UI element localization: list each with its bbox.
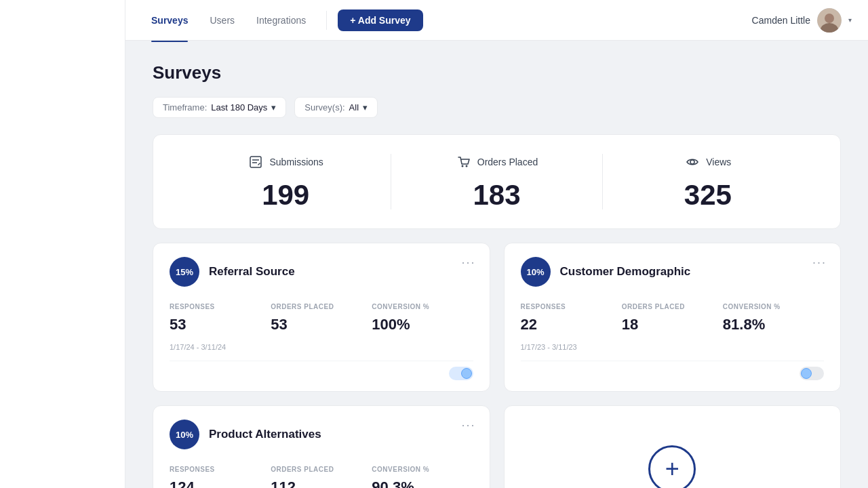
user-area: Camden Little ▾ — [752, 8, 852, 33]
responses-label-referral: RESPONSES — [170, 303, 271, 310]
survey-card-header-product: 10% Product Alternatives — [170, 420, 473, 449]
survey-toggle-referral[interactable] — [449, 367, 473, 380]
survey-stat-conversion-demographic: CONVERSION % 81.8% — [723, 303, 824, 333]
sidebar — [0, 0, 125, 488]
survey-footer-demographic — [521, 361, 825, 380]
survey-toggle-demographic[interactable] — [800, 367, 824, 380]
toggle-knob-demographic — [801, 368, 812, 379]
survey-stats-demographic: RESPONSES 22 ORDERS PLACED 18 CONVERSION… — [521, 303, 825, 333]
survey-name-product: Product Alternatives — [209, 428, 321, 441]
timeframe-value: Last 180 Days — [211, 102, 267, 113]
surveys-chevron: ▾ — [363, 102, 368, 113]
submissions-value: 199 — [262, 181, 309, 209]
nav-tabs: Surveys Users Integrations + Add Survey — [142, 9, 752, 31]
survey-name-demographic: Customer Demographic — [560, 265, 691, 279]
survey-stat-responses-demographic: RESPONSES 22 — [521, 303, 622, 333]
survey-stat-responses-referral: RESPONSES 53 — [170, 303, 271, 333]
conversion-value-demographic: 81.8% — [723, 316, 824, 333]
survey-stat-orders-demographic: ORDERS PLACED 18 — [622, 303, 723, 333]
stat-submissions-header: Submissions — [248, 154, 323, 170]
timeframe-label: Timeframe: — [163, 102, 207, 113]
conversion-value-referral: 100% — [372, 316, 473, 333]
top-navigation: Surveys Users Integrations + Add Survey … — [125, 0, 868, 41]
surveys-filter[interactable]: Survey(s): All ▾ — [294, 97, 378, 118]
views-label: Views — [706, 157, 731, 167]
filters-row: Timeframe: Last 180 Days ▾ Survey(s): Al… — [153, 97, 841, 118]
surveys-filter-value: All — [349, 102, 359, 113]
stat-views-header: Views — [684, 154, 731, 170]
page-title: Surveys — [153, 62, 841, 83]
conversion-label-product: CONVERSION % — [372, 466, 473, 473]
submissions-icon — [248, 154, 264, 170]
orders-placed-label-referral: ORDERS PLACED — [271, 303, 372, 310]
survey-stat-orders-referral: ORDERS PLACED 53 — [271, 303, 372, 333]
survey-card-customer-demographic: 10% Customer Demographic ··· RESPONSES 2… — [504, 243, 842, 392]
svg-rect-6 — [250, 157, 261, 167]
survey-stat-responses-product: RESPONSES 124 — [170, 466, 271, 488]
stat-submissions: Submissions 199 — [180, 154, 391, 209]
timeframe-chevron: ▾ — [271, 102, 276, 113]
survey-stat-conversion-referral: CONVERSION % 100% — [372, 303, 473, 333]
orders-label: Orders Placed — [477, 157, 538, 167]
survey-menu-demographic[interactable]: ··· — [812, 256, 827, 270]
svg-point-10 — [465, 165, 467, 167]
survey-stats-referral: RESPONSES 53 ORDERS PLACED 53 CONVERSION… — [170, 303, 473, 333]
responses-value-demographic: 22 — [521, 316, 622, 333]
toggle-knob-referral — [461, 368, 472, 379]
survey-date-demographic: 1/17/23 - 3/11/23 — [521, 343, 825, 351]
orders-placed-value-product: 112 — [271, 479, 372, 488]
add-survey-button[interactable]: + Add Survey — [338, 9, 422, 31]
survey-name-referral: Referral Source — [209, 265, 295, 279]
survey-badge-referral: 15% — [170, 257, 199, 287]
surveys-grid: 15% Referral Source ··· RESPONSES 53 ORD… — [153, 243, 841, 488]
stat-views: Views 325 — [602, 154, 813, 209]
views-icon — [684, 154, 701, 170]
responses-value-product: 124 — [170, 479, 271, 488]
timeframe-filter[interactable]: Timeframe: Last 180 Days ▾ — [153, 97, 286, 118]
tab-surveys[interactable]: Surveys — [142, 11, 197, 30]
avatar[interactable] — [817, 8, 842, 33]
survey-menu-product[interactable]: ··· — [461, 418, 475, 432]
survey-stats-product: RESPONSES 124 ORDERS PLACED 112 CONVERSI… — [170, 466, 473, 488]
responses-value-referral: 53 — [170, 316, 271, 333]
views-value: 325 — [684, 181, 732, 209]
conversion-label-referral: CONVERSION % — [372, 303, 473, 310]
svg-point-11 — [690, 160, 694, 164]
stat-orders-header: Orders Placed — [456, 154, 538, 170]
tab-users[interactable]: Users — [200, 11, 244, 30]
plus-icon: + — [665, 457, 679, 481]
orders-placed-value-demographic: 18 — [622, 316, 723, 333]
orders-icon — [456, 154, 472, 170]
user-name: Camden Little — [752, 15, 810, 26]
stat-orders: Orders Placed 183 — [391, 154, 601, 209]
stats-card: Submissions 199 Orders Placed 183 — [153, 134, 841, 229]
survey-stat-orders-product: ORDERS PLACED 112 — [271, 466, 372, 488]
orders-placed-value-referral: 53 — [271, 316, 372, 333]
orders-placed-label-demographic: ORDERS PLACED — [622, 303, 723, 310]
survey-footer-referral — [170, 361, 473, 380]
svg-point-9 — [461, 165, 463, 167]
submissions-label: Submissions — [269, 157, 323, 167]
nav-divider — [326, 11, 327, 30]
survey-badge-product: 10% — [170, 420, 199, 449]
survey-badge-demographic: 10% — [521, 257, 551, 287]
tab-integrations[interactable]: Integrations — [247, 11, 315, 30]
survey-stat-conversion-product: CONVERSION % 90.3% — [372, 466, 473, 488]
survey-card-header: 15% Referral Source — [170, 257, 473, 287]
orders-value: 183 — [473, 181, 520, 209]
survey-menu-referral[interactable]: ··· — [461, 256, 475, 270]
main-content: Surveys Timeframe: Last 180 Days ▾ Surve… — [125, 41, 868, 488]
surveys-filter-label: Survey(s): — [304, 102, 344, 113]
orders-placed-label-product: ORDERS PLACED — [271, 466, 372, 473]
user-menu-chevron[interactable]: ▾ — [848, 16, 852, 24]
conversion-label-demographic: CONVERSION % — [723, 303, 824, 310]
responses-label-demographic: RESPONSES — [521, 303, 622, 310]
new-survey-icon: + — [648, 445, 696, 489]
survey-date-referral: 1/17/24 - 3/11/24 — [170, 343, 473, 351]
survey-card-product-alternatives: 10% Product Alternatives ··· RESPONSES 1… — [153, 405, 490, 488]
svg-point-4 — [825, 14, 834, 23]
responses-label-product: RESPONSES — [170, 466, 271, 473]
survey-card-header-demographic: 10% Customer Demographic — [521, 257, 825, 287]
conversion-value-product: 90.3% — [372, 479, 473, 488]
new-survey-card[interactable]: + NEW SURVEY — [504, 405, 842, 488]
